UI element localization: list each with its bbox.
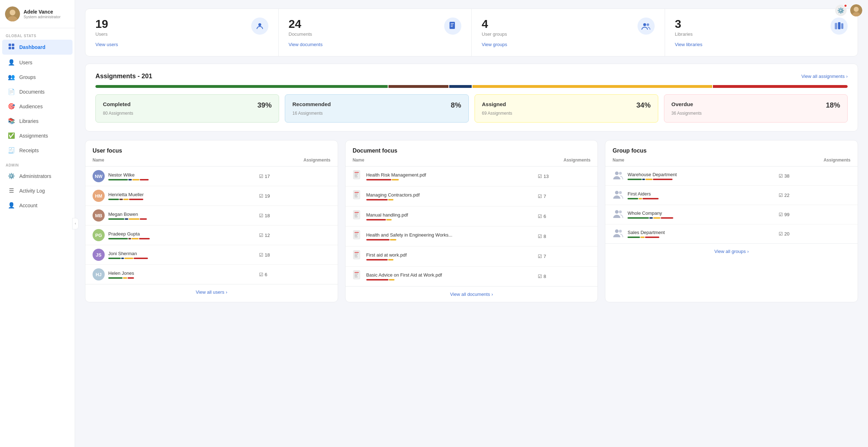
libraries-icon: 📚: [8, 118, 15, 124]
assignments-section: Assignments - 201 View all assignments ›…: [85, 64, 858, 131]
view-libraries-link[interactable]: View libraries: [675, 42, 703, 47]
view-all-assignments-link[interactable]: View all assignments ›: [802, 74, 848, 79]
svg-point-54: [615, 210, 619, 214]
table-row: Sales Department ☑ 20: [605, 224, 858, 244]
sidebar-item-audiences[interactable]: 🎯 Audiences: [2, 99, 73, 113]
group-row-name-cell: First Aiders: [605, 186, 771, 205]
focus-sections: User focus Name Assignments NW Nestor Wi…: [85, 140, 858, 302]
svg-rect-35: [353, 230, 360, 239]
sidebar-item-account[interactable]: 👤 Account: [2, 198, 73, 212]
user-avatar: HJ: [93, 268, 105, 280]
table-row: Manual handling.pdf ☑ 6: [346, 207, 598, 227]
sidebar-item-administrators[interactable]: ⚙️ Administrators: [2, 169, 73, 183]
svg-rect-18: [838, 22, 840, 29]
svg-rect-19: [841, 23, 843, 29]
check-icon: ☑: [259, 193, 263, 199]
view-all-users-link[interactable]: View all users ›: [93, 289, 331, 295]
svg-rect-42: [354, 254, 358, 254]
sidebar-item-label: Libraries: [19, 118, 39, 124]
sidebar: Adele Vance System administrator GLOBAL …: [0, 0, 75, 447]
sidebar-user-role: System administrator: [24, 15, 60, 19]
svg-rect-31: [354, 212, 359, 213]
groups-icon: 👥: [8, 74, 15, 80]
card-assigned-percent: 34%: [636, 101, 651, 109]
view-all-groups-link[interactable]: View all groups ›: [612, 249, 850, 254]
doc-focus-name-header: Name: [346, 154, 531, 167]
doc-name: Managing Contractors.pdf: [366, 192, 420, 198]
card-overdue-count: 36 Assignments: [671, 111, 840, 116]
pb-blue: [449, 85, 472, 88]
check-icon: ☑: [538, 274, 542, 279]
check-icon: ☑: [779, 173, 783, 179]
svg-rect-29: [354, 197, 358, 197]
pb-overdue: [713, 85, 848, 88]
svg-rect-17: [835, 23, 837, 29]
admin-label: ADMIN: [0, 158, 75, 169]
receipts-icon: 🧾: [8, 147, 15, 154]
check-icon: ☑: [259, 174, 263, 179]
doc-name: Basic Advice on First Aid at Work.pdf: [366, 272, 442, 278]
svg-rect-40: [353, 250, 360, 259]
card-completed-label: Completed: [103, 101, 131, 107]
group-assignment-count: ☑ 20: [779, 231, 850, 237]
sidebar-item-users[interactable]: 👤 Users: [2, 55, 73, 69]
card-recommended-percent: 8%: [451, 101, 461, 109]
user-name: Nestor Wilke: [108, 172, 158, 178]
svg-point-10: [258, 23, 261, 26]
settings-button[interactable]: ⚙️: [835, 5, 847, 16]
document-focus-table: Name Assignments: [346, 154, 598, 286]
card-completed-count: 80 Assignments: [103, 111, 272, 116]
card-overdue-label: Overdue: [671, 101, 693, 107]
card-overdue: Overdue 18% 36 Assignments: [664, 94, 848, 123]
view-users-link[interactable]: View users: [95, 42, 118, 47]
stat-usergroups-icon: [638, 18, 655, 35]
sidebar-item-receipts[interactable]: 🧾 Receipts: [2, 143, 73, 157]
check-icon: ☑: [538, 194, 542, 199]
group-row-name-cell: Whole Company: [605, 205, 771, 224]
group-icon: [612, 209, 624, 220]
sidebar-collapse-button[interactable]: ‹: [72, 218, 79, 229]
card-assigned: Assigned 34% 69 Assignments: [475, 94, 658, 123]
svg-rect-43: [354, 255, 357, 256]
sidebar-item-groups[interactable]: 👥 Groups: [2, 70, 73, 84]
table-row: Health and Safety in Engineering Works..…: [346, 227, 598, 247]
svg-rect-36: [354, 232, 359, 233]
view-all-documents-link[interactable]: View all documents ›: [353, 292, 591, 297]
svg-point-51: [619, 172, 622, 175]
view-documents-link[interactable]: View documents: [289, 42, 323, 47]
table-row: Health Risk Management.pdf ☑ 13: [346, 167, 598, 187]
svg-point-50: [615, 172, 619, 175]
user-assignment-count: ☑ 17: [259, 174, 331, 179]
group-row-name-cell: Sales Department: [605, 224, 771, 244]
sidebar-item-activity-log[interactable]: ☰ Activity Log: [2, 184, 73, 198]
group-focus-assignments-header: Assignments: [772, 154, 858, 167]
sidebar-item-libraries[interactable]: 📚 Libraries: [2, 114, 73, 128]
avatar: [5, 6, 20, 21]
svg-rect-6: [12, 47, 14, 49]
sidebar-item-dashboard[interactable]: Dashboard: [2, 40, 73, 55]
svg-rect-39: [354, 237, 358, 237]
doc-name: First aid at work.pdf: [366, 252, 416, 258]
view-groups-link[interactable]: View groups: [482, 42, 507, 47]
notification-badge: [844, 4, 847, 8]
svg-rect-30: [353, 210, 360, 219]
check-icon: ☑: [779, 231, 783, 237]
table-row: Basic Advice on First Aid at Work.pdf ☑ …: [346, 267, 598, 287]
svg-point-55: [619, 210, 622, 213]
sidebar-item-label: Documents: [19, 89, 45, 95]
card-recommended: Recommended 8% 16 Assignments: [285, 94, 468, 123]
table-row: HM Henrietta Mueller ☑ 19: [85, 186, 338, 206]
user-avatar[interactable]: [850, 4, 862, 16]
user-avatar: NW: [93, 170, 105, 182]
sidebar-user: Adele Vance System administrator: [0, 0, 75, 28]
doc-icon: [353, 250, 363, 263]
check-icon: ☑: [538, 174, 542, 179]
svg-rect-34: [354, 217, 358, 217]
sidebar-item-documents[interactable]: 📄 Documents: [2, 85, 73, 99]
svg-rect-47: [354, 274, 358, 274]
doc-assignment-count: ☑ 7: [538, 194, 590, 199]
svg-rect-45: [353, 270, 360, 279]
sidebar-item-assignments[interactable]: ✅ Assignments: [2, 129, 73, 143]
doc-row-name-cell: First aid at work.pdf: [346, 247, 531, 267]
stat-users-icon: [251, 18, 268, 35]
